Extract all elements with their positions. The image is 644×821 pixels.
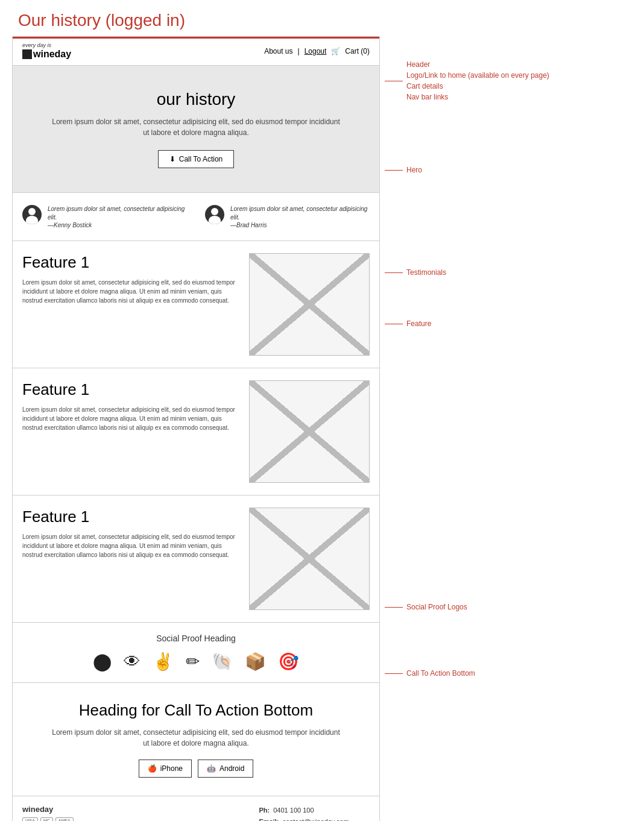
- nav-logout[interactable]: Logout: [305, 47, 327, 55]
- amex-icon: AMEX: [55, 817, 74, 821]
- annotation-header: Header Logo/Link to home (available on e…: [385, 59, 549, 102]
- feature-image-3: [249, 508, 370, 610]
- email-label: Email:: [259, 818, 279, 821]
- avatar-2: [205, 205, 224, 224]
- annotation-feature-text: Feature: [406, 319, 431, 328]
- annotation-hero: Hero: [385, 166, 422, 174]
- logo[interactable]: every day is wineday: [22, 43, 71, 59]
- avatar-1: [22, 205, 42, 224]
- feature-text-1: Feature 1 Lorem ipsum dolor sit amet, co…: [22, 253, 237, 305]
- social-proof-heading: Social Proof Heading: [22, 634, 370, 643]
- cta-bottom-buttons: 🍎 iPhone 🤖 Android: [49, 760, 343, 778]
- testimonial-author-1: —Kenny Bostick: [48, 222, 187, 228]
- footer-brand: wineday: [22, 805, 74, 814]
- android-label: Android: [219, 764, 244, 773]
- header-section: every day is wineday About us | Logout 🛒…: [13, 37, 379, 66]
- apple-icon: 🍎: [148, 764, 157, 773]
- wireframe: every day is wineday About us | Logout 🛒…: [12, 36, 380, 821]
- social-icon-4: ✏: [186, 652, 200, 672]
- feature-text-2: Feature 1 Lorem ipsum dolor sit amet, co…: [22, 380, 237, 432]
- phone-label: Ph:: [259, 807, 270, 814]
- social-proof-section: Social Proof Heading ⬤ 👁 ✌ ✏ 🐚 📦 🎯: [13, 623, 379, 683]
- hero-section: our history Lorem ipsum dolor sit amet, …: [13, 66, 379, 193]
- annotation-hero-text: Hero: [406, 166, 422, 174]
- nav-cart[interactable]: Cart (0): [345, 47, 370, 55]
- social-icon-7: 🎯: [278, 652, 299, 672]
- testimonial-author-2: —Brad Harris: [230, 222, 370, 228]
- feature-image-2: [249, 380, 370, 483]
- iphone-button[interactable]: 🍎 iPhone: [139, 760, 192, 778]
- feature-title-2: Feature 1: [22, 380, 237, 399]
- android-button[interactable]: 🤖 Android: [198, 760, 253, 778]
- testimonial-text-1: Lorem ipsum dolor sit amet, consectetur …: [48, 205, 187, 222]
- annotation-cta-bottom-text: Call To Action Bottom: [406, 669, 475, 678]
- header-red-line: [13, 37, 379, 39]
- feature-body-3: Lorem ipsum dolor sit amet, consectetur …: [22, 532, 237, 559]
- footer-phone: Ph: 0401 100 100: [259, 805, 370, 816]
- testimonial-text-2: Lorem ipsum dolor sit amet, consectetur …: [230, 205, 370, 222]
- social-proof-icons: ⬤ 👁 ✌ ✏ 🐚 📦 🎯: [22, 652, 370, 672]
- logo-text: wineday: [33, 49, 71, 60]
- annotation-header-text: Header Logo/Link to home (available on e…: [406, 59, 549, 102]
- footer-email: Email: contact@wineday.com: [259, 816, 370, 821]
- nav-separator: |: [298, 47, 300, 55]
- android-icon: 🤖: [207, 764, 216, 773]
- social-icon-6: 📦: [245, 652, 266, 672]
- hero-cta-label: Call To Action: [179, 155, 223, 163]
- annotation-testimonials: Testimonials: [385, 268, 446, 277]
- logo-tagline: every day is: [22, 43, 71, 49]
- phone-value: 0401 100 100: [273, 807, 314, 814]
- social-icon-5: 🐚: [212, 652, 233, 672]
- feature-title-3: Feature 1: [22, 508, 237, 526]
- mc-icon: MC: [40, 817, 53, 821]
- annotation-testimonials-text: Testimonials: [406, 268, 446, 277]
- annotation-cta-bottom: Call To Action Bottom: [385, 669, 475, 678]
- payment-icons: VISA MC AMEX: [22, 817, 74, 821]
- footer-left: wineday VISA MC AMEX: [22, 805, 74, 821]
- feature-section-2: Feature 1 Lorem ipsum dolor sit amet, co…: [13, 368, 379, 495]
- footer-right: Ph: 0401 100 100 Email: contact@wineday.…: [259, 805, 370, 821]
- feature-title-1: Feature 1: [22, 253, 237, 272]
- social-icon-2: 👁: [124, 652, 140, 672]
- feature-body-1: Lorem ipsum dolor sit amet, consectetur …: [22, 278, 237, 305]
- download-icon: ⬇: [169, 155, 175, 163]
- logo-brand: wineday: [22, 49, 71, 60]
- nav-bar: About us | Logout 🛒 Cart (0): [264, 47, 370, 55]
- page-title: Our history (logged in): [0, 0, 644, 36]
- feature-section-1: Feature 1 Lorem ipsum dolor sit amet, co…: [13, 241, 379, 368]
- nav-about[interactable]: About us: [264, 47, 292, 55]
- cta-bottom-text: Lorem ipsum dolor sit amet, consectetur …: [49, 727, 343, 749]
- testimonials-section: Lorem ipsum dolor sit amet, consectetur …: [13, 193, 379, 241]
- hero-cta-button[interactable]: ⬇ Call To Action: [158, 150, 235, 168]
- annotation-feature: Feature: [385, 319, 431, 328]
- cta-bottom-title: Heading for Call To Action Bottom: [49, 701, 343, 720]
- hero-title: our history: [49, 90, 343, 109]
- annotations-panel: Header Logo/Link to home (available on e…: [385, 36, 632, 821]
- feature-section-3: Feature 1 Lorem ipsum dolor sit amet, co…: [13, 495, 379, 623]
- feature-image-1: [249, 253, 370, 356]
- visa-icon: VISA: [22, 817, 38, 821]
- cart-icon[interactable]: 🛒: [331, 47, 340, 55]
- testimonial-1: Lorem ipsum dolor sit amet, consectetur …: [22, 205, 187, 228]
- cta-bottom-section: Heading for Call To Action Bottom Lorem …: [13, 683, 379, 796]
- annotation-social-proof: Social Proof Logos: [385, 603, 467, 611]
- social-icon-3: ✌: [153, 652, 174, 672]
- email-value: contact@wineday.com: [283, 818, 349, 821]
- testimonial-2: Lorem ipsum dolor sit amet, consectetur …: [205, 205, 370, 228]
- feature-body-2: Lorem ipsum dolor sit amet, consectetur …: [22, 405, 237, 432]
- feature-text-3: Feature 1 Lorem ipsum dolor sit amet, co…: [22, 508, 237, 559]
- iphone-label: iPhone: [160, 764, 183, 773]
- social-icon-1: ⬤: [93, 652, 112, 672]
- logo-icon: [22, 49, 32, 59]
- annotation-social-proof-text: Social Proof Logos: [406, 603, 467, 611]
- hero-text: Lorem ipsum dolor sit amet, consectetur …: [49, 116, 343, 138]
- footer-section: wineday VISA MC AMEX Ph: 0401 100 100 Em…: [13, 796, 379, 821]
